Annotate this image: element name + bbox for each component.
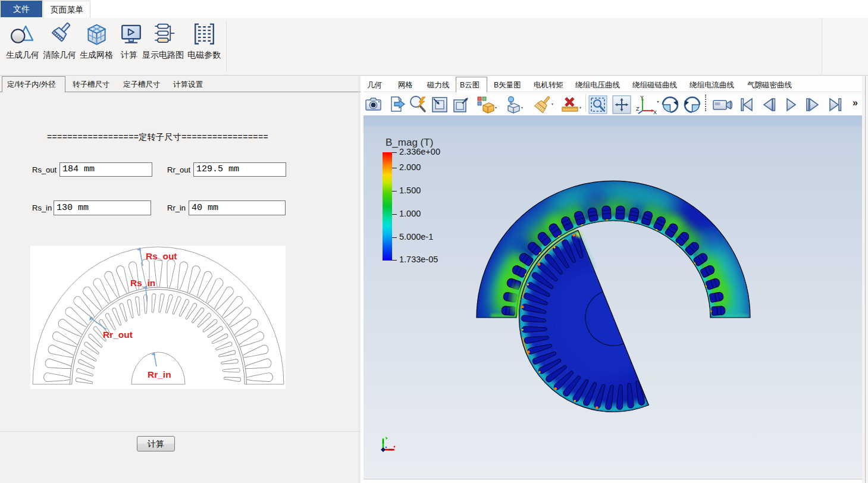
- svg-text:Rr_out: Rr_out: [103, 330, 133, 340]
- svg-text:Rs_in: Rs_in: [130, 278, 155, 288]
- svg-text:Rs_out: Rs_out: [146, 251, 177, 261]
- svg-text:Y: Y: [640, 95, 644, 101]
- svg-text:X: X: [653, 109, 657, 114]
- svg-text:Z: Z: [636, 106, 640, 112]
- svg-text:Rr_in: Rr_in: [148, 369, 171, 380]
